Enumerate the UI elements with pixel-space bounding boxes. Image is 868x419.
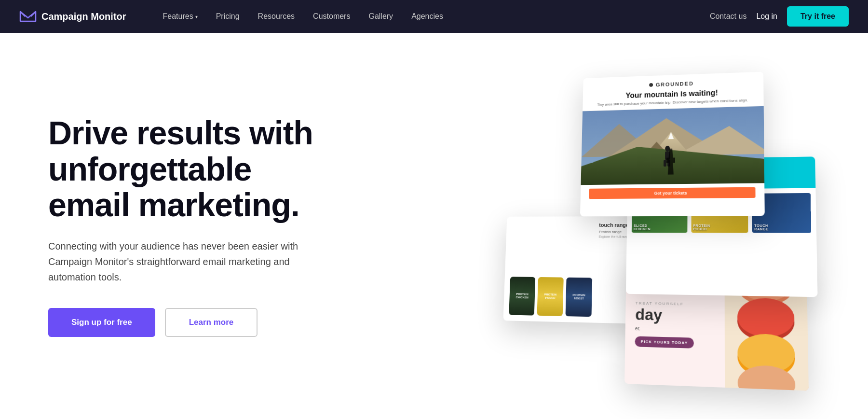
protein-can-1-label: PROTEINCHICKEN (516, 293, 529, 299)
card-mountain-cta: Get your tickets (589, 187, 756, 199)
hero-buttons: Sign up for free Learn more (48, 308, 338, 337)
nav-right: Contact us Log in Try it free (710, 6, 849, 27)
signup-button[interactable]: Sign up for free (48, 308, 155, 337)
svg-rect-9 (665, 152, 670, 160)
learn-more-button[interactable]: Learn more (165, 308, 258, 337)
protein-can-1: PROTEINCHICKEN (509, 277, 535, 315)
nav-login-link[interactable]: Log in (756, 12, 777, 21)
nav-features[interactable]: Features ▾ (155, 8, 205, 25)
brand-name: Campaign Monitor (41, 11, 126, 22)
email-card-mountain: GROUNDED Your mountain is waiting! Tiny … (580, 72, 765, 217)
nav-links: Features ▾ Pricing Resources Customers G… (155, 8, 710, 25)
protein-can-3-label: PROTEINBOOST (572, 293, 585, 300)
card-mountain-header: GROUNDED Your mountain is waiting! Tiny … (583, 72, 764, 112)
protein-can-3: PROTEINBOOST (566, 278, 593, 317)
card-mountain-logo-dot (649, 83, 653, 87)
card-mountain-brand: GROUNDED (656, 81, 694, 87)
protein-products: PROTEINCHICKEN PROTEINPOUCH PROTEINBOOST (503, 216, 599, 322)
chevron-down-icon: ▾ (195, 14, 198, 19)
brand-logo[interactable]: Campaign Monitor (19, 10, 126, 23)
card-mountain-image (581, 106, 764, 185)
hero-section: Drive results with unforgettable email m… (0, 33, 868, 419)
product-label-3: TOUCHRANGE (754, 224, 809, 231)
email-cards-container: GROUNDED Your mountain is waiting! Tiny … (446, 60, 830, 402)
svg-rect-11 (667, 160, 670, 167)
svg-rect-10 (664, 160, 666, 167)
nav-contact-link[interactable]: Contact us (710, 12, 746, 21)
product-label-2: PROTEINPOUCH (693, 224, 746, 231)
brand-logo-icon (19, 10, 37, 23)
card-macarons-sublabel: er. (635, 326, 715, 334)
hero-title: Drive results with unforgettable email m… (48, 115, 338, 223)
nav-agencies[interactable]: Agencies (404, 8, 451, 25)
navbar: Campaign Monitor Features ▾ Pricing Reso… (0, 0, 868, 33)
product-label-1: SLICEDCHICKEN (634, 224, 685, 231)
try-it-free-button[interactable]: Try it free (787, 6, 849, 27)
nav-resources[interactable]: Resources (250, 8, 302, 25)
hero-content: Drive results with unforgettable email m… (48, 115, 338, 337)
hero-subtitle: Connecting with your audience has never … (48, 238, 299, 285)
card-macarons-cta-button[interactable]: PICK YOURS TODAY (635, 336, 693, 348)
nav-pricing[interactable]: Pricing (208, 8, 247, 25)
card-macarons-title: day (635, 306, 715, 326)
nav-gallery[interactable]: Gallery (361, 8, 401, 25)
protein-can-2-label: PROTEINPOUCH (544, 293, 556, 300)
mountain-svg (581, 106, 764, 185)
protein-can-2: PROTEINPOUCH (537, 277, 563, 316)
hero-image-area: GROUNDED Your mountain is waiting! Tiny … (366, 62, 820, 390)
nav-customers[interactable]: Customers (305, 8, 358, 25)
